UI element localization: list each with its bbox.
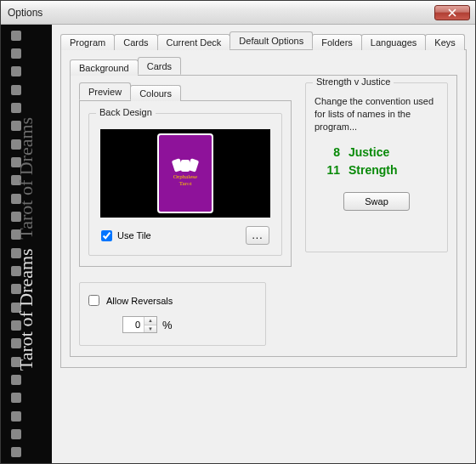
reversals-input[interactable] bbox=[123, 317, 144, 332]
tab-folders[interactable]: Folders bbox=[312, 34, 362, 50]
allow-reversals-label[interactable]: Allow Reversals bbox=[88, 295, 257, 306]
tab-keys[interactable]: Keys bbox=[425, 34, 464, 50]
strength-justice-desc: Change the convention used for lists of … bbox=[314, 95, 439, 133]
back-design-preview: Orphalese Tarot bbox=[100, 129, 270, 218]
allow-reversals-checkbox[interactable] bbox=[88, 295, 99, 306]
tab-current-deck[interactable]: Current Deck bbox=[157, 34, 231, 50]
use-tile-label[interactable]: Use Tile bbox=[101, 230, 151, 241]
swap-button[interactable]: Swap bbox=[343, 192, 410, 211]
tab-colours[interactable]: Colours bbox=[130, 85, 181, 101]
strength-justice-legend: Strength v Justice bbox=[313, 76, 394, 87]
tab-program[interactable]: Program bbox=[60, 34, 115, 50]
use-tile-checkbox[interactable] bbox=[101, 230, 112, 241]
sub-tabs: Background Cards bbox=[70, 57, 457, 76]
preview-tabs: Preview Colours bbox=[79, 82, 292, 101]
use-tile-text: Use Tile bbox=[117, 230, 151, 240]
main-tabs: Program Cards Current Deck Default Optio… bbox=[60, 31, 467, 50]
back-design-legend: Back Design bbox=[96, 107, 156, 117]
brand-vertical-text: Tarot of Dreams Tarot of Dreams bbox=[15, 117, 37, 371]
tab-preview[interactable]: Preview bbox=[79, 82, 131, 100]
sv-row-2: 11 Strength bbox=[320, 163, 439, 177]
sv-row-1: 8 Justice bbox=[320, 145, 439, 159]
sv-row-1-name: Justice bbox=[348, 145, 389, 159]
reversals-spinner[interactable]: ▲ ▼ bbox=[122, 316, 157, 333]
tab-languages[interactable]: Languages bbox=[361, 34, 426, 50]
strength-justice-group: Strength v Justice Change the convention… bbox=[305, 82, 448, 252]
close-button[interactable] bbox=[434, 5, 470, 20]
spinner-up-icon[interactable]: ▲ bbox=[144, 317, 156, 325]
tab-default-options[interactable]: Default Options bbox=[230, 31, 313, 49]
tab-background[interactable]: Background bbox=[70, 59, 139, 76]
sv-row-1-num: 8 bbox=[320, 145, 340, 159]
browse-button[interactable]: ... bbox=[246, 226, 269, 245]
reversals-group: Allow Reversals ▲ ▼ % bbox=[79, 282, 266, 346]
card-back-icon: Orphalese Tarot bbox=[157, 133, 213, 213]
percent-label: % bbox=[162, 319, 173, 331]
spinner-down-icon[interactable]: ▼ bbox=[144, 325, 156, 333]
close-icon bbox=[448, 8, 456, 17]
sidebar-brand: Tarot of Dreams Tarot of Dreams bbox=[1, 25, 52, 463]
sv-row-2-name: Strength bbox=[348, 163, 398, 177]
titlebar: Options bbox=[1, 1, 475, 25]
back-design-group: Back Design Orphalese Tarot bbox=[88, 113, 282, 256]
tab-cards[interactable]: Cards bbox=[114, 34, 157, 50]
window-title: Options bbox=[8, 7, 434, 19]
tab-cards-sub[interactable]: Cards bbox=[138, 57, 181, 75]
allow-reversals-text: Allow Reversals bbox=[106, 296, 173, 306]
sv-row-2-num: 11 bbox=[320, 163, 340, 177]
